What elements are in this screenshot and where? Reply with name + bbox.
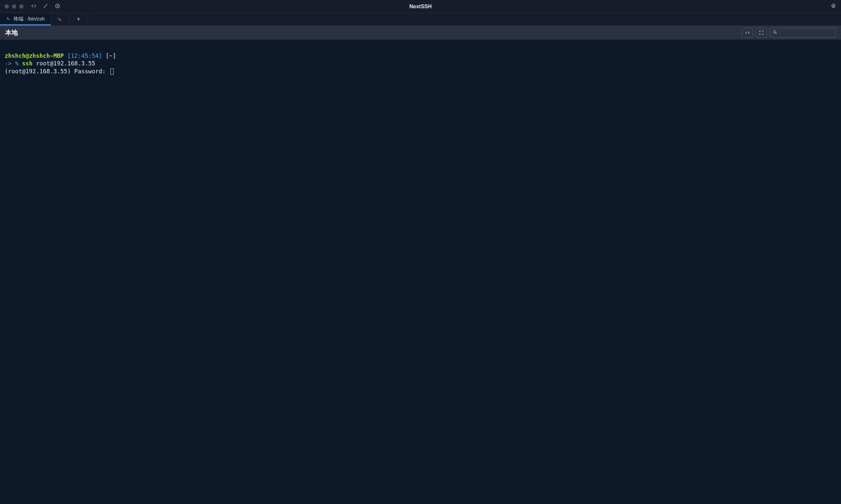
minimize-window-button[interactable] [12, 4, 16, 8]
svg-point-8 [774, 30, 776, 33]
plus-icon [76, 17, 81, 22]
new-tab-button[interactable] [69, 13, 88, 25]
prompt-userhost: zhshch@zhshch-MBP [5, 53, 64, 59]
terminal-icon [6, 16, 11, 22]
prompt-path: [~] [106, 53, 116, 59]
terminal-icon [57, 17, 63, 22]
tab-terminal-zsh[interactable]: 终端 · /bin/zsh [0, 13, 51, 25]
code-button[interactable] [742, 28, 753, 38]
prompt-arrow: -> [5, 60, 12, 67]
command-arg: root@192.168.3.55 [36, 60, 95, 67]
search-icon [773, 30, 777, 36]
toolbar: 本地 [0, 26, 841, 40]
svg-point-3 [833, 5, 835, 6]
zoom-window-button[interactable] [19, 4, 23, 8]
session-title: 本地 [5, 29, 18, 37]
cursor [110, 68, 114, 75]
close-window-button[interactable] [5, 4, 9, 8]
connection-icon[interactable] [42, 3, 49, 10]
fullscreen-button[interactable] [756, 28, 767, 38]
add-icon[interactable] [54, 3, 61, 10]
tabbar: 终端 · /bin/zsh [0, 13, 841, 26]
tab-secondary[interactable] [51, 13, 69, 25]
prompt-symbol: % [15, 60, 19, 67]
prompt-time: [12:45:54] [67, 53, 102, 59]
search-box[interactable] [770, 28, 836, 38]
titlebar-action-icons [31, 3, 61, 10]
code-icon[interactable] [31, 3, 37, 10]
tab-label: 终端 · /bin/zsh [14, 16, 45, 22]
window-controls [5, 4, 23, 8]
command-name: ssh [22, 60, 33, 67]
password-prompt: (root@192.168.3.55) Password: [5, 68, 106, 75]
titlebar: NextSSH [0, 0, 841, 13]
svg-line-9 [775, 33, 776, 34]
app-title: NextSSH [409, 4, 432, 10]
settings-icon[interactable] [830, 3, 836, 10]
search-input[interactable] [779, 30, 837, 35]
terminal-output[interactable]: zhshch@zhshch-MBP [12:45:54] [~] -> % ss… [0, 40, 841, 504]
